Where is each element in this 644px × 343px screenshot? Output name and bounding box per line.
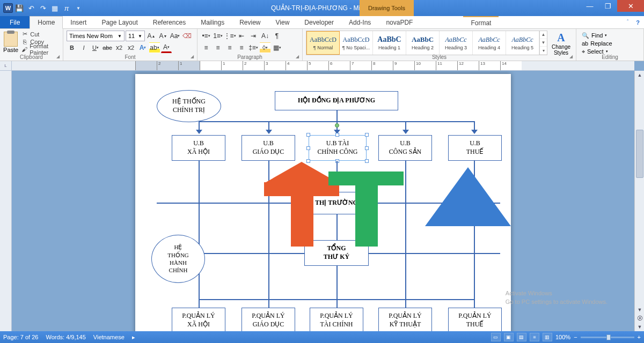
highlight-button[interactable]: ab▾ — [149, 42, 160, 53]
find-button[interactable]: 🔍Find▾ — [580, 32, 640, 39]
ruler-corner[interactable]: L — [0, 61, 12, 71]
qat-pi-icon[interactable]: π — [61, 3, 72, 13]
shape-ub-thue[interactable]: U.B THUẾ — [448, 135, 502, 161]
shape-pq-giao-duc[interactable]: P.QUẢN LÝ GIÁO DỤC — [241, 308, 295, 331]
close-button[interactable]: ✕ — [617, 0, 644, 12]
print-layout-view[interactable]: ▭ — [491, 333, 501, 341]
style-heading4[interactable]: AaBbCcHeading 4 — [473, 31, 506, 55]
subscript-button[interactable]: x2 — [114, 42, 125, 53]
superscript-button[interactable]: x2 — [126, 42, 136, 53]
format-tab[interactable]: Format — [463, 16, 499, 28]
justify-button[interactable]: ≡ — [236, 42, 247, 53]
references-tab[interactable]: References — [145, 16, 193, 28]
minimize-ribbon-icon[interactable]: ˆ — [627, 19, 628, 25]
qat-dropdown-icon[interactable]: ▼ — [73, 3, 84, 13]
horizontal-ruler[interactable]: 21 1234567891011121314 — [12, 61, 634, 71]
shading-button[interactable]: ◊▾ — [260, 42, 270, 53]
vertical-ruler[interactable] — [0, 71, 12, 331]
clear-formatting-button[interactable]: ⌫ — [181, 31, 192, 41]
macro-status-icon[interactable]: ▸ — [132, 334, 135, 341]
align-center-button[interactable]: ≡ — [213, 42, 223, 53]
shape-tong-thu-ky[interactable]: TỔNG THƯ KÝ — [304, 240, 369, 266]
style-heading2[interactable]: AaBbCHeading 2 — [406, 31, 440, 55]
line-spacing-button[interactable]: ‡≡▾ — [248, 42, 259, 53]
insert-tab[interactable]: Insert — [63, 16, 94, 28]
font-dialog-icon[interactable]: ◢ — [191, 54, 196, 59]
save-icon[interactable]: 💾 — [14, 3, 25, 13]
numbering-button[interactable]: 1≡▾ — [213, 31, 223, 41]
strikethrough-button[interactable]: abc — [102, 42, 113, 53]
shape-thi-truong[interactable]: THỊ TRƯỜNG — [304, 192, 369, 214]
bold-button[interactable]: B — [67, 42, 77, 53]
full-screen-view[interactable]: ▣ — [504, 333, 514, 341]
novapdf-tab[interactable]: novaPDF — [378, 16, 420, 28]
shrink-font-button[interactable]: A▼ — [158, 31, 169, 41]
selection-handle[interactable] — [306, 146, 310, 150]
scroll-down-icon[interactable]: ▼ — [635, 305, 644, 314]
web-layout-view[interactable]: ▤ — [517, 333, 526, 341]
developer-tab[interactable]: Developer — [297, 16, 341, 28]
borders-button[interactable]: ▦▾ — [272, 42, 282, 53]
selection-handle[interactable] — [306, 159, 310, 163]
shape-ub-tai-chinh[interactable]: U.B TÀI CHÍNH CÔNG — [309, 135, 367, 161]
multilevel-button[interactable]: ⋮≡▾ — [224, 31, 235, 41]
change-styles-button[interactable]: A Change Styles — [550, 31, 573, 56]
paste-button[interactable]: Paste — [3, 31, 18, 53]
grow-font-button[interactable]: A▲ — [146, 31, 157, 41]
zoom-thumb[interactable] — [606, 334, 611, 340]
outline-view[interactable]: ≡ — [530, 333, 539, 341]
indent-increase-button[interactable]: ⇥ — [248, 31, 259, 41]
underline-button[interactable]: U▾ — [90, 42, 101, 53]
shape-pq-tai-chinh[interactable]: P.QUẢN LÝ TÀI CHÍNH — [310, 308, 363, 331]
style-normal[interactable]: AaBbCcD¶ Normal — [306, 31, 340, 55]
minimize-button[interactable]: — — [581, 0, 599, 12]
draft-view[interactable]: ▥ — [543, 333, 552, 341]
show-marks-button[interactable]: ¶ — [272, 31, 282, 41]
restore-button[interactable]: ❐ — [599, 0, 617, 12]
format-painter-button[interactable]: 🖌Format Painter — [20, 46, 60, 53]
next-page-icon[interactable]: ▼ — [635, 323, 644, 331]
align-left-button[interactable]: ≡ — [201, 42, 211, 53]
text-effects-button[interactable]: A▾ — [137, 42, 148, 53]
file-tab[interactable]: File — [0, 16, 30, 28]
undo-icon[interactable]: ↶ — [26, 3, 36, 13]
style-heading1[interactable]: AaBbCHeading 1 — [373, 31, 406, 55]
selection-handle[interactable] — [306, 133, 310, 137]
shape-he-thong-chinh-tri[interactable]: HỆ THỐNG CHÍNH TRỊ — [157, 90, 221, 122]
font-size-combo[interactable]: 11▼ — [126, 31, 145, 41]
qat-table-icon[interactable]: ▦ — [49, 3, 60, 13]
shape-ub-giao-duc[interactable]: U.B GIÁO DỤC — [241, 135, 295, 161]
align-right-button[interactable]: ≡ — [224, 42, 235, 53]
rotation-handle[interactable] — [335, 123, 339, 128]
scroll-up-icon[interactable]: ▲ — [635, 71, 644, 79]
zoom-in-button[interactable]: + — [638, 334, 641, 340]
style-no-spacing[interactable]: AaBbCcD¶ No Spaci... — [340, 31, 373, 55]
zoom-out-button[interactable]: − — [574, 334, 577, 340]
redo-icon[interactable]: ↷ — [38, 3, 48, 13]
word-icon[interactable]: W — [3, 3, 13, 13]
font-name-combo[interactable]: Times New Rom▼ — [67, 31, 125, 41]
bullets-button[interactable]: •≡▾ — [201, 31, 211, 41]
selection-handle[interactable] — [365, 133, 369, 137]
shape-he-thong-hanh-chinh[interactable]: HỆ THỐNG HÀNH CHÍNH — [151, 235, 205, 283]
shape-pq-thue[interactable]: P.QUẢN LÝ THUẾ — [448, 308, 502, 331]
addins-tab[interactable]: Add-Ins — [341, 16, 378, 28]
shape-ub-xa-hoi[interactable]: U.B XÃ HỘI — [172, 135, 225, 161]
help-icon[interactable]: ? — [636, 19, 640, 26]
zoom-slider[interactable] — [581, 337, 634, 338]
sort-button[interactable]: A↓ — [260, 31, 270, 41]
vertical-scrollbar[interactable]: ▲ ▼ ⦿ ▼ — [634, 71, 644, 331]
styles-scroll[interactable]: ▲▼▾ — [539, 31, 547, 55]
shape-pq-xa-hoi[interactable]: P.QUẢN LÝ XÃ HỘI — [172, 308, 225, 331]
paragraph-dialog-icon[interactable]: ◢ — [296, 54, 301, 59]
font-color-button[interactable]: A▾ — [161, 42, 172, 53]
italic-button[interactable]: I — [78, 42, 89, 53]
cut-button[interactable]: ✂Cut — [20, 31, 60, 38]
word-count[interactable]: Words: 4/9,145 — [46, 334, 85, 340]
mailings-tab[interactable]: Mailings — [193, 16, 232, 28]
scroll-thumb[interactable] — [636, 130, 643, 178]
view-tab[interactable]: View — [268, 16, 297, 28]
selection-handle[interactable] — [365, 146, 369, 150]
style-heading3[interactable]: AaBbCcHeading 3 — [440, 31, 473, 55]
replace-button[interactable]: abReplace — [580, 40, 640, 47]
